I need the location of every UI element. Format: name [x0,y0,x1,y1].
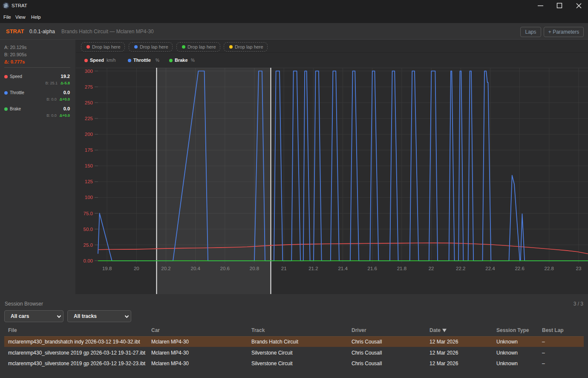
svg-text:20: 20 [134,266,139,271]
svg-text:50.0: 50.0 [84,227,93,232]
svg-text:20.8: 20.8 [250,266,259,271]
svg-text:22.6: 22.6 [515,266,524,271]
svg-text:25.0: 25.0 [84,242,93,248]
svg-text:125: 125 [85,179,93,184]
svg-text:22.2: 22.2 [456,266,465,271]
svg-text:200: 200 [85,132,93,137]
svg-text:23: 23 [576,266,582,271]
svg-text:19.8: 19.8 [102,266,112,271]
svg-text:22.8: 22.8 [545,266,554,271]
svg-text:300: 300 [85,69,93,74]
svg-text:225: 225 [85,116,93,121]
svg-text:21: 21 [281,266,287,271]
svg-text:250: 250 [85,100,93,105]
svg-text:20.4: 20.4 [191,266,201,271]
svg-text:150: 150 [85,163,93,168]
svg-text:21.2: 21.2 [308,266,318,271]
svg-text:75.0: 75.0 [84,211,93,216]
svg-text:175: 175 [85,147,93,153]
svg-text:21.4: 21.4 [338,266,348,271]
svg-text:100: 100 [85,195,93,200]
svg-text:20.2: 20.2 [161,266,170,271]
svg-text:21.6: 21.6 [368,266,377,271]
svg-text:20.6: 20.6 [220,266,230,271]
svg-text:275: 275 [85,84,93,89]
svg-text:21.8: 21.8 [397,266,406,271]
svg-text:0.00: 0.00 [84,258,93,263]
svg-text:22: 22 [429,266,434,271]
svg-text:22.4: 22.4 [485,266,495,271]
